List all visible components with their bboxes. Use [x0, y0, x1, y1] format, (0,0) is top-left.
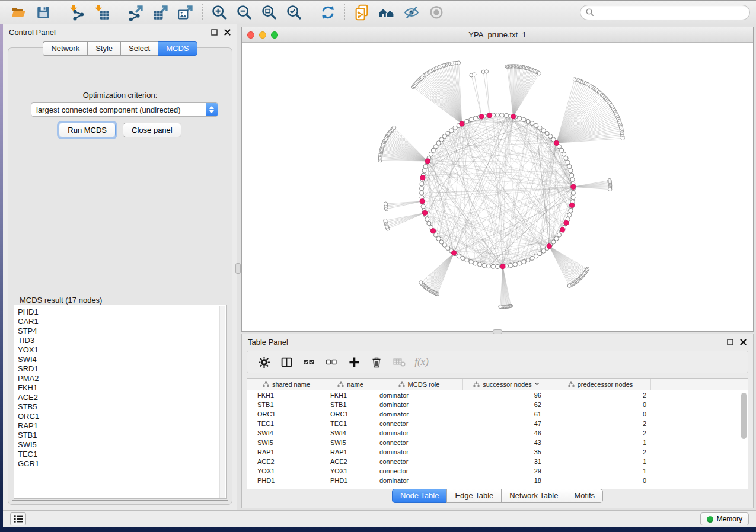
list-scrollbar[interactable]	[219, 306, 225, 498]
column-header-MCDS-role[interactable]: MCDS role	[375, 379, 463, 390]
mcds-hub-node[interactable]	[425, 159, 430, 164]
result-node-item[interactable]: FKH1	[18, 383, 226, 393]
result-node-item[interactable]: TEC1	[18, 450, 226, 459]
mcds-hub-node[interactable]	[560, 227, 565, 232]
network-canvas[interactable]	[242, 43, 753, 331]
mcds-hub-node[interactable]	[564, 220, 569, 225]
table-row[interactable]: ORC1ORC1dominator610	[247, 409, 748, 419]
tab-network[interactable]: Network	[43, 41, 87, 56]
unselect-all-button[interactable]	[323, 354, 340, 370]
result-node-item[interactable]: TID3	[18, 336, 226, 345]
tab-motifs[interactable]: Motifs	[566, 489, 603, 503]
combo-stepper-icon	[206, 103, 218, 116]
copy-network-button[interactable]	[352, 2, 372, 23]
network-graph[interactable]	[242, 43, 753, 331]
result-node-item[interactable]: PHD1	[18, 307, 226, 317]
mcds-hub-node[interactable]	[420, 175, 425, 180]
search-input[interactable]	[597, 8, 745, 17]
criterion-select[interactable]: largest connected component (undirected)	[31, 102, 218, 117]
split-columns-button[interactable]	[278, 354, 295, 370]
export-table-button[interactable]	[151, 2, 171, 23]
result-node-item[interactable]: SWI4	[18, 355, 226, 364]
table-scrollbar-thumb[interactable]	[741, 393, 747, 439]
result-node-item[interactable]: SRD1	[18, 364, 226, 374]
result-node-item[interactable]: RAP1	[18, 421, 226, 431]
houses-button[interactable]	[377, 2, 397, 23]
table-row[interactable]: YOX1YOX1connector291	[247, 466, 748, 476]
result-node-item[interactable]: ORC1	[18, 412, 226, 421]
mcds-hub-node[interactable]	[511, 114, 515, 119]
result-node-item[interactable]: STB1	[18, 431, 226, 440]
tab-select[interactable]: Select	[120, 41, 158, 56]
float-table-panel-button[interactable]	[726, 338, 734, 346]
export-image-button[interactable]	[176, 2, 196, 23]
mcds-hub-node[interactable]	[460, 121, 464, 126]
mcds-hub-node[interactable]	[420, 199, 425, 204]
mcds-hub-node[interactable]	[547, 243, 551, 248]
add-row-button[interactable]	[346, 354, 362, 370]
memory-button[interactable]: Memory	[700, 512, 749, 525]
import-table-button[interactable]	[92, 2, 112, 23]
table-row[interactable]: RAP1RAP1dominator352	[247, 447, 748, 457]
result-node-item[interactable]: STP4	[18, 326, 226, 336]
column-header-shared-name[interactable]: shared name	[247, 379, 326, 390]
close-panel-button-2[interactable]: Close panel	[123, 123, 181, 137]
zoom-selected-button[interactable]	[284, 2, 304, 23]
result-node-item[interactable]: STB5	[18, 402, 226, 412]
column-header-successor-nodes[interactable]: successor nodes	[463, 379, 550, 390]
zoom-fit-button[interactable]	[259, 2, 279, 23]
table-row[interactable]: TEC1TEC1connector472	[247, 419, 748, 428]
table-row[interactable]: SWI5SWI5connector431	[247, 438, 748, 447]
zoom-in-button[interactable]	[209, 2, 229, 23]
refresh-button[interactable]	[318, 2, 338, 23]
task-history-button[interactable]	[10, 512, 26, 525]
mcds-hub-node[interactable]	[487, 113, 492, 118]
zoom-out-button[interactable]	[234, 2, 254, 23]
column-header-name[interactable]: name	[326, 379, 375, 390]
table-row[interactable]: SWI4SWI4dominator462	[247, 428, 748, 438]
table-scrollbar[interactable]	[740, 393, 747, 486]
mcds-hub-node[interactable]	[571, 184, 576, 189]
result-node-item[interactable]: GCR1	[18, 459, 226, 469]
horizontal-splitter-grip[interactable]	[493, 329, 502, 334]
mcds-hub-node[interactable]	[500, 264, 505, 269]
result-node-item[interactable]: ACE2	[18, 393, 226, 402]
vertical-splitter-grip[interactable]	[235, 263, 241, 274]
delete-row-button[interactable]	[368, 354, 385, 370]
hide-annotations-button[interactable]	[401, 2, 422, 23]
table-settings-button[interactable]	[256, 354, 272, 370]
result-node-item[interactable]: YOX1	[18, 345, 226, 355]
tab-mcds[interactable]: MCDS	[158, 41, 197, 56]
import-network-button[interactable]	[67, 2, 87, 23]
cell-successors: 62	[463, 401, 550, 408]
run-mcds-button[interactable]: Run MCDS	[59, 123, 116, 137]
result-node-item[interactable]: PMA2	[18, 374, 226, 383]
tab-style[interactable]: Style	[87, 41, 120, 56]
close-panel-button[interactable]	[224, 28, 231, 36]
table-row[interactable]: FKH1FKH1dominator962	[247, 390, 748, 400]
float-panel-button[interactable]	[210, 28, 218, 36]
table-row[interactable]: ACE2ACE2connector311	[247, 457, 748, 466]
mcds-hub-node[interactable]	[451, 251, 456, 255]
open-session-button[interactable]	[8, 2, 28, 23]
tab-edge-table[interactable]: Edge Table	[446, 489, 501, 503]
mcds-hub-node[interactable]	[422, 210, 427, 215]
mcds-hub-node[interactable]	[479, 114, 484, 119]
table-row[interactable]: STB1STB1dominator620	[247, 400, 748, 409]
function-builder-button[interactable]: f(x)	[413, 354, 430, 370]
select-all-button[interactable]	[301, 354, 317, 370]
table-row[interactable]: PHD1PHD1dominator180	[247, 476, 748, 485]
mcds-hub-node[interactable]	[554, 140, 559, 145]
tab-network-table[interactable]: Network Table	[501, 489, 566, 503]
result-node-item[interactable]: SWI5	[18, 440, 226, 450]
save-session-button[interactable]	[33, 2, 53, 23]
close-table-panel-button[interactable]	[739, 338, 747, 346]
export-network-button[interactable]	[126, 2, 146, 23]
show-annotations-button[interactable]	[426, 2, 446, 23]
mcds-hub-node[interactable]	[430, 229, 435, 233]
result-node-item[interactable]: CAR1	[18, 317, 226, 326]
tab-node-table[interactable]: Node Table	[392, 489, 447, 503]
column-header-predecessor-nodes[interactable]: predecessor nodes	[550, 379, 651, 390]
mcds-hub-node[interactable]	[569, 203, 574, 207]
delete-table-button[interactable]	[391, 354, 407, 370]
